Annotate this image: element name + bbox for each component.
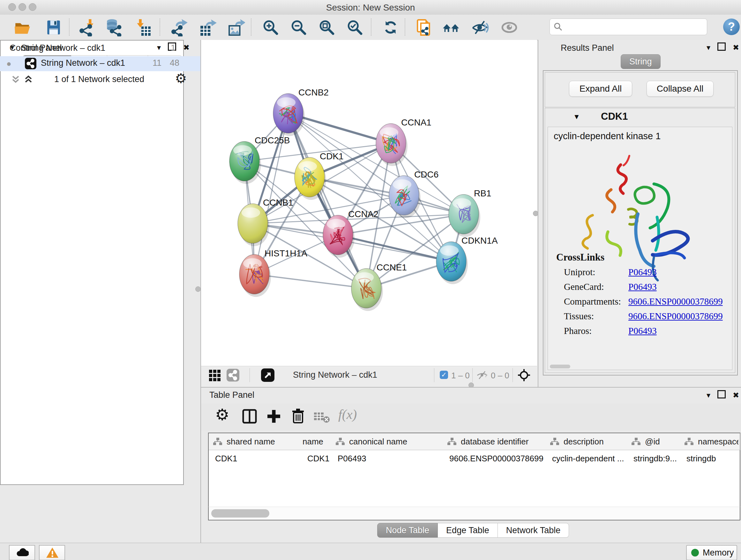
- column-header-shared-name[interactable]: shared name: [209, 433, 295, 450]
- string-network-graph[interactable]: CCNB2CCNA1CDC25BCDK1CDC6RB1CCNB1CCNA2CDK…: [201, 40, 537, 366]
- column-header-at-id[interactable]: @id: [627, 433, 680, 450]
- tab-node-table[interactable]: Node Table: [377, 523, 438, 538]
- import-table-icon[interactable]: [134, 18, 152, 37]
- column-header-namespace[interactable]: namespace: [680, 433, 740, 450]
- search-box[interactable]: [549, 18, 707, 35]
- column-header-database-identifier[interactable]: database identifier: [443, 433, 546, 450]
- crosslink-link[interactable]: P06493: [628, 326, 657, 336]
- warnings-button[interactable]: [39, 545, 65, 560]
- panel-close-icon[interactable]: ✖: [733, 391, 739, 400]
- collapse-triangle-icon[interactable]: ▼: [9, 44, 16, 51]
- selected-nodes-checkbox[interactable]: ✓: [440, 371, 448, 379]
- table-cell[interactable]: stringdb:9...: [627, 450, 680, 466]
- network-node-CCNA2[interactable]: CCNA2: [323, 209, 379, 258]
- selected-count: 1 – 0: [451, 371, 470, 381]
- table-cell[interactable]: P06493: [331, 450, 443, 466]
- birds-eye-grid-icon[interactable]: [209, 369, 221, 381]
- zoom-fit-icon[interactable]: [318, 18, 336, 37]
- network-view-toolbar: String Network – cdk1 ✓ 1 – 0 0 – 0: [201, 366, 537, 384]
- open-in-browser-icon[interactable]: [261, 368, 274, 382]
- fit-selected-crosshair-icon[interactable]: [518, 369, 530, 381]
- network-edge[interactable]: [338, 235, 451, 261]
- table-panel-window-icons: ▾✖: [699, 390, 739, 400]
- function-builder-icon[interactable]: f(x): [338, 407, 357, 422]
- collapse-triangle-icon[interactable]: ▼: [573, 113, 580, 121]
- delete-column-icon[interactable]: [290, 408, 306, 424]
- column-header-description[interactable]: description: [546, 433, 627, 450]
- network-node-RB1[interactable]: RB1: [449, 188, 491, 237]
- zoom-selected-icon[interactable]: [346, 18, 364, 37]
- table-settings-gear-icon[interactable]: ⚙: [215, 406, 229, 424]
- toolbar-separator: [159, 18, 160, 36]
- search-input[interactable]: [565, 20, 704, 34]
- show-columns-icon[interactable]: [242, 409, 257, 424]
- save-session-icon[interactable]: [45, 18, 63, 37]
- string-badge-gray-icon[interactable]: [226, 369, 239, 381]
- table-cell[interactable]: CDK1: [294, 450, 331, 466]
- node-label: CDC6: [414, 170, 439, 179]
- network-node-CDKN1A[interactable]: CDKN1A: [436, 236, 498, 284]
- table-hscrollbar-thumb[interactable]: [211, 509, 269, 517]
- crosslink-link[interactable]: P06493: [628, 282, 657, 292]
- results-scrollbar-thumb[interactable]: [550, 365, 570, 368]
- panel-menu-icon[interactable]: ▾: [706, 43, 711, 52]
- node-table[interactable]: shared namenamecanonical namedatabase id…: [208, 433, 740, 508]
- network-edge[interactable]: [288, 113, 366, 288]
- warning-icon: [46, 547, 59, 558]
- tab-edge-table[interactable]: Edge Table: [438, 523, 498, 538]
- column-header-canonical-name[interactable]: canonical name: [331, 433, 443, 450]
- crosslink-link[interactable]: 9606.ENSP00000378699: [628, 311, 723, 321]
- network-node-CDC6[interactable]: CDC6: [389, 170, 439, 218]
- hide-panel-eye-icon[interactable]: [471, 18, 489, 37]
- crosslink-link[interactable]: P06493: [628, 267, 657, 277]
- show-eye-icon[interactable]: [500, 18, 518, 37]
- zoom-in-icon[interactable]: [262, 18, 280, 37]
- vertical-splitter-handle[interactable]: [195, 287, 201, 292]
- open-session-icon[interactable]: [13, 18, 31, 37]
- export-table-icon[interactable]: [199, 18, 217, 37]
- export-image-icon[interactable]: [227, 18, 245, 37]
- cloud-button[interactable]: [9, 545, 35, 560]
- network-node-CCNE1[interactable]: CCNE1: [351, 262, 407, 311]
- node-entry-header[interactable]: ▼ CDK1: [545, 108, 735, 126]
- home-networks-icon[interactable]: [442, 18, 460, 37]
- network-collection-row[interactable]: ▼ String Network – cdk1 1: [0, 41, 200, 56]
- network-row[interactable]: ● String Network – cdk1 11 48: [0, 56, 200, 71]
- window-title: Session: New Session: [0, 3, 741, 13]
- table-hscrollbar[interactable]: [208, 507, 740, 520]
- crosslink-link[interactable]: 9606.ENSP00000378699: [628, 296, 723, 307]
- help-icon[interactable]: ?: [723, 18, 740, 35]
- network-node-CCNB2[interactable]: CCNB2: [273, 87, 329, 136]
- import-network-icon[interactable]: [78, 18, 96, 37]
- panel-float-icon[interactable]: [718, 390, 726, 398]
- export-network-icon[interactable]: [171, 18, 189, 37]
- tab-string[interactable]: String: [621, 54, 661, 69]
- network-node-HIST1H1A[interactable]: HIST1H1A: [239, 248, 307, 297]
- tab-network-table[interactable]: Network Table: [498, 523, 569, 538]
- network-node-CCNA1[interactable]: CCNA1: [376, 118, 431, 166]
- import-database-icon[interactable]: [105, 18, 123, 37]
- expand-all-button[interactable]: Expand All: [569, 81, 632, 97]
- delete-table-icon[interactable]: [313, 411, 330, 423]
- table-cell[interactable]: stringdb: [680, 450, 740, 466]
- zoom-out-icon[interactable]: [290, 18, 308, 37]
- network-view-canvas[interactable]: CCNB2CCNA1CDC25BCDK1CDC6RB1CCNB1CCNA2CDK…: [201, 40, 537, 366]
- results-panel-window-icons: ▾✖: [699, 43, 739, 52]
- hidden-elements-eye-icon[interactable]: [476, 370, 488, 380]
- table-cell[interactable]: CDK1: [209, 450, 294, 466]
- panel-close-icon[interactable]: ✖: [733, 43, 739, 52]
- add-column-icon[interactable]: [266, 409, 281, 424]
- memory-button[interactable]: Memory: [686, 545, 737, 560]
- clone-network-icon[interactable]: [415, 18, 433, 37]
- column-header-name[interactable]: name: [294, 433, 332, 450]
- collapse-all-button[interactable]: Collapse All: [647, 81, 714, 97]
- column-header-label: namespace: [698, 437, 738, 447]
- panel-float-icon[interactable]: [718, 43, 726, 51]
- refresh-icon[interactable]: [382, 18, 400, 37]
- network-options-gear-icon[interactable]: ⚙: [175, 71, 187, 86]
- table-cell[interactable]: cyclin-dependent ...: [546, 450, 627, 466]
- table-cell[interactable]: 9606.ENSP00000378699: [443, 450, 546, 466]
- network-edge[interactable]: [254, 274, 366, 288]
- panel-menu-icon[interactable]: ▾: [706, 391, 711, 400]
- toolbar-separator: [513, 368, 513, 382]
